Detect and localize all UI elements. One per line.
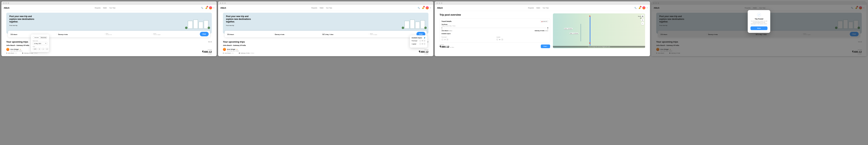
date-input[interactable]: 12 May, 2023 ▾ [33,42,48,45]
passenger-label: Passenger [412,40,417,41]
logo: Hitch [220,7,226,9]
map-route-pill-1: 21 km - 1 hr 5 mins [564,28,572,29]
overview-title: Trip post overview [439,13,550,16]
trip-date: Sat 11 May 2024, 8:30am [10,51,22,52]
route-map[interactable]: Mumbai मुंबई 21 km - 1 hr 5 mins 23 km -… [553,13,645,48]
map-zoom-out[interactable]: − [641,22,644,25]
nav-wallet[interactable]: Wallet [536,7,540,9]
luggage-minus[interactable]: − [496,38,498,40]
map-pin-start-icon: 📍 [589,16,591,18]
passenger-value: 0 [422,40,423,41]
space-title: Available Space [412,37,422,38]
car-select[interactable]: 🚗 Lexus LS [540,20,548,23]
post-button[interactable]: Post [200,32,209,36]
bell-icon[interactable]: 🔔2 [638,6,641,9]
done-button[interactable]: Done [750,26,768,30]
avatar[interactable] [209,6,212,9]
search-icon[interactable]: 🔍 [417,6,420,9]
passenger-minus[interactable]: − [419,40,421,42]
logo: Hitch [437,7,443,9]
price-box: You'll get ₹480.12 for 24km [202,49,212,54]
map-note: You can change the route by dragging the… [553,46,645,48]
post-trip-button[interactable]: Post › [541,45,550,48]
post-trip-link[interactable]: Post new trip [226,25,234,26]
passengers-plus[interactable]: + [446,38,448,40]
trip-card[interactable]: Juhu Beach - Gateway Of India Arun Sehga… [223,45,429,54]
luggage-plus[interactable]: + [501,38,503,40]
nav-requests[interactable]: Requests [528,7,534,9]
nav-trips[interactable]: Your Trips [109,7,116,9]
hero-headline: Post your new trip and explore new desti… [9,15,35,23]
map-city-local: मुंबई [640,18,641,19]
space-field[interactable]: Space Guests & Luggage [152,33,198,35]
select-date-label: Select Date [33,40,48,41]
driver-name: Arun Sehgal [10,49,19,50]
main-nav: Requests Wallet Your Trips [95,7,116,9]
space-field[interactable]: Space Guests & Luggage [369,33,415,35]
passenger-plus[interactable]: + [424,40,426,42]
see-all-link[interactable]: See all [208,41,212,42]
to-field[interactable]: To Gateway of India [57,33,103,35]
bell-icon[interactable]: 🔔2 [205,6,208,9]
map-pin-end-icon: 📍 [589,42,591,45]
date-popover: One-time Reoccuring Select Date 12 May, … [31,34,49,52]
driver-avatar [6,48,9,51]
luggage-value: 0 [422,43,423,45]
trip-route-label: Trip Route [441,24,548,25]
seg-hr[interactable]: hr [38,48,41,50]
hero-illustration [99,13,212,30]
chevron-down-icon[interactable]: ▾ [214,7,214,9]
trip-posted-modal: ✓ Trip Posted Your trip have been posted… [748,10,770,33]
tab-reoccuring[interactable]: Reoccuring [40,36,47,38]
passengers-minus[interactable]: − [441,38,443,40]
travel-details-title: Travel Details [441,21,452,22]
luggage-label: Luggage [412,43,416,45]
nav-wallet[interactable]: Wallet [103,7,107,9]
travel-details-card: Travel Details 🚗 Lexus LS Trip Route Goi… [439,18,550,42]
map-route-pill-2: 23 km - 1 hr 15 mins [569,33,579,34]
chevron-down-icon: ▾ [45,43,46,44]
notif-badge: 2 [207,6,208,7]
luggage-value: 0 [499,39,500,40]
available-space-label: Available Space [441,33,548,34]
seg-m[interactable]: m [42,48,44,50]
nav-trips[interactable]: Your Trips [326,7,332,9]
passengers-value: 2 [444,39,445,40]
tab-onetime[interactable]: One-time [33,36,40,38]
hero-banner: Post your new trip and explore new desti… [6,13,212,34]
to-field[interactable]: To Gateway of India [273,33,320,35]
chevron-down-icon[interactable]: ▾ [647,7,648,9]
chevron-down-icon[interactable]: ▾ [430,7,431,9]
when-field[interactable]: When Add date & time [104,33,151,35]
luggage-plus[interactable]: + [424,43,426,45]
space-popover: Available Space 🧳 Passenger − 0 + Luggag… [410,35,427,48]
total-price: ₹480.12 [439,45,449,48]
bell-icon[interactable]: 🔔2 [422,6,424,9]
nav-trips[interactable]: Your Trips [542,7,549,9]
search-icon[interactable]: 🔍 [634,6,637,9]
map-zoom-in[interactable]: + [641,19,644,21]
going-on: Going on: Sat 11 May, 7:15am [441,25,548,26]
check-icon: ✓ [757,13,761,17]
nav-requests[interactable]: Requests [311,7,317,9]
driver-avatar [223,48,226,51]
search-icon[interactable]: 🔍 [201,6,204,9]
nav-wallet[interactable]: Wallet [319,7,323,9]
time-label: Time [33,46,48,47]
modal-body: Your trip have been posted, you will soo… [750,21,768,25]
time-input[interactable]: 12:00 [33,48,37,50]
modal-title: Trip Posted [750,18,768,20]
nav-requests[interactable]: Requests [95,7,101,9]
avatar[interactable] [642,6,646,9]
luggage-icon: 🧳 [424,37,426,38]
seg-12[interactable]: 12 [45,48,49,50]
map-locate-icon[interactable]: ⊕ [641,15,644,18]
post-trip-link[interactable]: Post new trip [9,25,18,26]
when-field[interactable]: When Sat 11 May, 7:15am [321,33,368,35]
luggage-minus[interactable]: − [419,43,421,45]
avatar[interactable] [426,6,429,9]
logo: Hitch [4,7,9,9]
upcoming-title: Your upcoming trips [6,40,28,43]
from-field[interactable]: From Juhu Beach [226,33,272,35]
